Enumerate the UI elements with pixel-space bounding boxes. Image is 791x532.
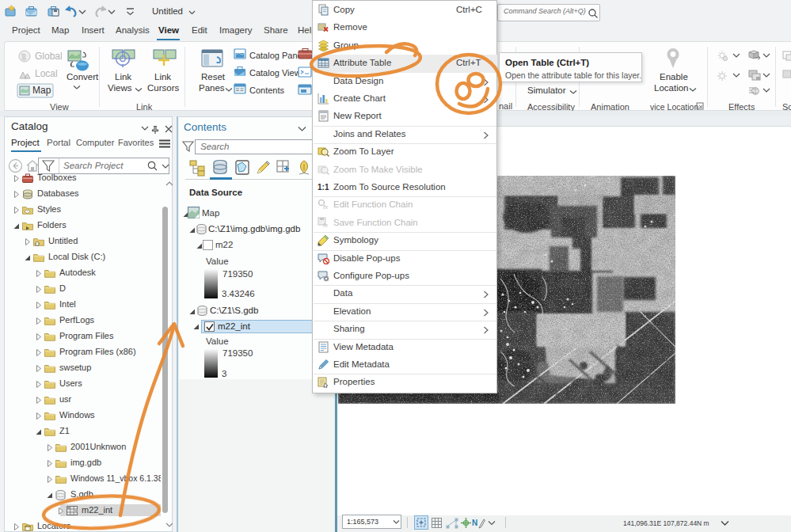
svg-text:Local: Local xyxy=(35,68,58,79)
svg-text:Map: Map xyxy=(32,85,51,96)
svg-text:1:1: 1:1 xyxy=(318,183,329,192)
svg-text:N: N xyxy=(472,519,477,527)
svg-text:fx: fx xyxy=(323,203,329,211)
svg-text:fx: fx xyxy=(323,222,329,229)
svg-text:Global: Global xyxy=(35,51,63,62)
